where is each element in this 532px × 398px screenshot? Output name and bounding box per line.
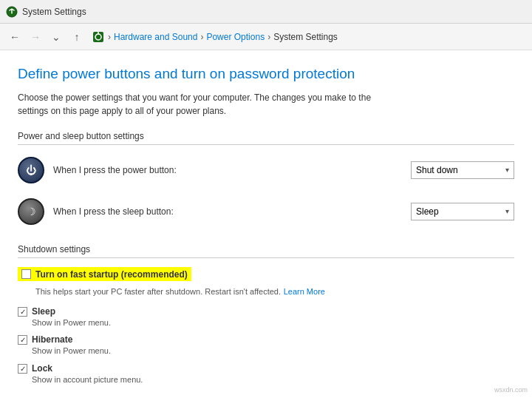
fast-startup-row: Turn on fast startup (recommended) [18, 266, 514, 283]
lock-label-group: Lock Show in account picture menu. [32, 363, 514, 385]
fast-startup-learn-more[interactable]: Learn More [284, 287, 325, 296]
hibernate-checkbox-wrap [18, 335, 27, 345]
content-area: Define power buttons and turn on passwor… [0, 50, 532, 398]
breadcrumb: › Hardware and Sound › Power Options › S… [92, 30, 526, 44]
power-sleep-settings: Power and sleep button settings ⏻ When I… [18, 131, 514, 229]
fast-startup-label[interactable]: Turn on fast startup (recommended) [35, 269, 188, 280]
fast-startup-checkbox[interactable] [21, 269, 31, 279]
breadcrumb-sep-2: › [200, 32, 203, 42]
breadcrumb-hardware-sound[interactable]: Hardware and Sound [114, 32, 197, 42]
sleep-label-group: Sleep Show in Power menu. [32, 306, 514, 328]
power-button-row: ⏻ When I press the power button: Shut do… [18, 152, 514, 188]
shutdown-section-header: Shutdown settings [18, 244, 514, 258]
fast-startup-checkbox-wrap [21, 269, 31, 279]
lock-desc: Show in account picture menu. [32, 374, 514, 385]
sleep-checkbox-wrap [18, 307, 27, 317]
breadcrumb-sep-1: › [108, 32, 111, 42]
sleep-button-icon: ☽ [18, 198, 44, 225]
lock-row: Lock Show in account picture menu. [18, 362, 514, 387]
control-panel-icon [92, 30, 105, 44]
page-title: Define power buttons and turn on passwor… [18, 65, 514, 84]
recent-locations-button[interactable]: ⌄ [47, 28, 65, 46]
power-button-value: Shut down [416, 165, 458, 175]
sleep-symbol: ☽ [27, 206, 36, 217]
main-area: Define power buttons and turn on passwor… [0, 50, 532, 398]
sleep-checkbox[interactable] [18, 307, 27, 317]
sleep-dropdown-arrow: ▾ [505, 207, 509, 215]
power-button-dropdown[interactable]: Shut down ▾ [411, 161, 514, 179]
forward-button[interactable]: → [27, 28, 44, 46]
fast-startup-label-group: Turn on fast startup (recommended) [35, 269, 188, 280]
navbar: ← → ⌄ ↑ › Hardware and Sound › Power Opt… [0, 24, 532, 50]
lock-checkbox[interactable] [18, 364, 27, 374]
sleep-desc: Show in Power menu. [32, 317, 514, 328]
sleep-button-dropdown[interactable]: Sleep ▾ [411, 203, 514, 220]
titlebar: System Settings [0, 0, 532, 24]
power-symbol: ⏻ [26, 165, 36, 175]
power-dropdown-arrow: ▾ [505, 166, 509, 174]
power-button-icon: ⏻ [18, 157, 44, 183]
fast-startup-desc: This helps start your PC faster after sh… [35, 287, 281, 296]
titlebar-icon [6, 6, 18, 18]
power-button-label: When I press the power button: [53, 165, 411, 175]
breadcrumb-system-settings: System Settings [273, 32, 338, 42]
hibernate-label[interactable]: Hibernate [32, 334, 514, 345]
power-sleep-section-header: Power and sleep button settings [18, 131, 514, 145]
titlebar-title: System Settings [22, 7, 86, 17]
back-button[interactable]: ← [6, 28, 24, 46]
hibernate-checkbox[interactable] [18, 335, 27, 345]
hibernate-label-group: Hibernate Show in Power menu. [32, 334, 514, 357]
hibernate-row: Hibernate Show in Power menu. [18, 333, 514, 358]
sleep-button-value: Sleep [416, 206, 439, 217]
breadcrumb-power-options[interactable]: Power Options [206, 32, 265, 42]
page-description: Choose the power settings that you want … [18, 91, 372, 118]
shutdown-settings: Shutdown settings Turn on fast startup (… [18, 244, 514, 388]
breadcrumb-sep-3: › [267, 32, 270, 42]
lock-checkbox-wrap [18, 364, 27, 374]
sleep-button-label: When I press the sleep button: [53, 206, 411, 217]
sleep-row: Sleep Show in Power menu. [18, 305, 514, 330]
sleep-label[interactable]: Sleep [32, 306, 514, 317]
lock-label[interactable]: Lock [32, 363, 514, 374]
sleep-button-row: ☽ When I press the sleep button: Sleep ▾ [18, 194, 514, 229]
watermark: wsxdn.com [494, 386, 528, 394]
hibernate-desc: Show in Power menu. [32, 345, 514, 357]
up-button[interactable]: ↑ [68, 28, 86, 46]
